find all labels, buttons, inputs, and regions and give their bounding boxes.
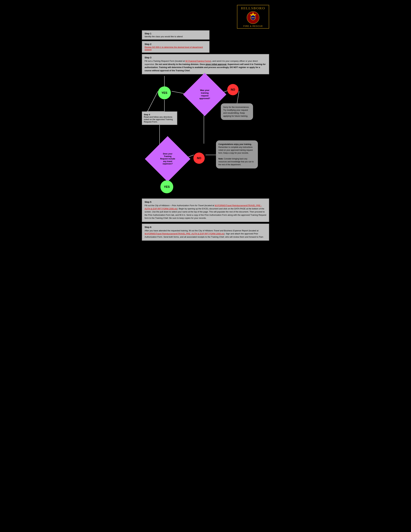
note-bold: Note: <box>218 158 224 160</box>
logo-emblem: HFR <box>247 11 260 24</box>
logo-area: HILLSBORO HFR FIRE & RESCUE <box>142 5 269 29</box>
page: HILLSBORO HFR FIRE & RESCUE Step 1 Ident… <box>140 3 271 244</box>
step4-content: Read and follow any directions noted on … <box>144 116 173 123</box>
step6-content: After you have attended the requested tr… <box>145 229 266 238</box>
yes-circle-top: YES <box>158 86 171 99</box>
diamond-travel: Does yourTrainingRequest includeany trav… <box>151 143 184 175</box>
diamond-approved-text: Was yourtrainingrequestapproved? <box>199 89 210 100</box>
congrats-box: Congratulations enjoy your training. Rem… <box>216 140 258 169</box>
step3-title: Step 3 <box>145 56 266 59</box>
svg-line-5 <box>147 91 158 113</box>
congrats-bold: Congratulations enjoy your training. <box>218 143 252 145</box>
step6-link[interactable]: W:\FORMS\Travel Reimbursement\TRAVEL PRE… <box>145 232 224 235</box>
step3-content: Fill out a Training Request Form (locate… <box>145 59 266 72</box>
step4-title: Step 4 <box>144 113 150 116</box>
step5-box: Step 5 Fill out the City of Hillsboro – … <box>142 199 269 222</box>
diamond-travel-text: Does yourTrainingRequest includeany trav… <box>160 153 175 165</box>
step4-box: Step 4 Read and follow any directions no… <box>142 111 177 125</box>
sorry-box: Sorry for the inconvenience. Try modifyi… <box>221 103 253 120</box>
yes-circle-2: YES <box>160 180 173 193</box>
step2-title: Step 2 <box>145 43 207 46</box>
step5-content: Fill out the City of Hillsboro – Prior A… <box>145 204 266 220</box>
no-circle-2: NO <box>193 152 205 164</box>
step2-link[interactable]: Review GO 600-1 to determine the desired… <box>145 46 203 51</box>
step1-box: Step 1 Identify the class you would like… <box>142 30 210 40</box>
step2-content: Review GO 600-1 to determine the desired… <box>145 46 207 51</box>
logo-box: HILLSBORO HFR FIRE & RESCUE <box>237 5 269 29</box>
step6-box: Step 6 After you have attended the reque… <box>142 224 269 241</box>
no-circle-top: NO <box>227 84 239 95</box>
logo-title: HILLSBORO <box>238 6 268 10</box>
logo-subtitle: FIRE & RESCUE <box>238 25 268 28</box>
diamond-approved: Was yourtrainingrequestapproved? <box>189 79 220 110</box>
step2-box: Step 2 Review GO 600-1 to determine the … <box>142 41 210 53</box>
step1-content: Identify the class you would like to att… <box>145 35 207 38</box>
step6-title: Step 6 <box>145 226 266 228</box>
congrats-text: Remember to complete any instructions no… <box>218 146 253 154</box>
step3-link[interactable]: W:\Training\Training Forms <box>185 60 211 62</box>
step5-title: Step 5 <box>145 201 266 203</box>
flowchart: YES Was yourtrainingrequestapproved? NO … <box>142 76 269 197</box>
svg-text:HFR: HFR <box>252 17 255 19</box>
step3-box: Step 3 Fill out a Training Request Form … <box>142 54 269 74</box>
step1-title: Step 1 <box>145 32 207 35</box>
